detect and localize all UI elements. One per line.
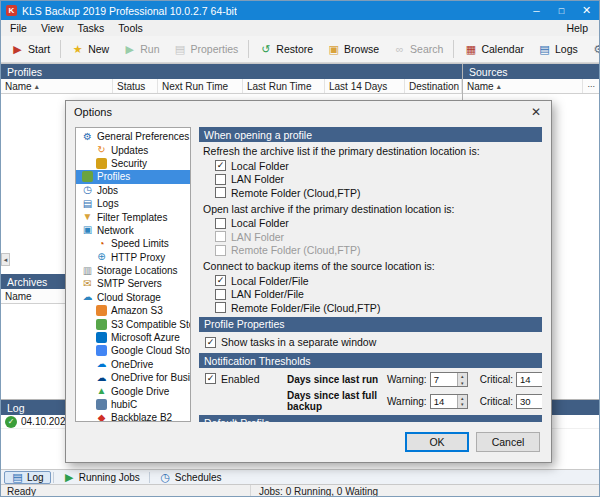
toolbar-button-restore[interactable]: ↺Restore [252,39,320,60]
tree-item-google-drive[interactable]: ▲Google Drive [76,384,190,397]
column-header-destination[interactable]: Destination [405,79,462,93]
tab-schedules[interactable]: ◷Schedules [152,471,229,484]
checkbox-remote-folder-file-cloud-ftp[interactable]: Remote Folder/File (Cloud,FTP) [215,301,542,315]
checkbox-remote-folder-cloud-ftp[interactable]: Remote Folder (Cloud,FTP) [215,186,542,200]
tree-item-jobs[interactable]: ◷Jobs [76,184,190,197]
menu-tasks[interactable]: Tasks [71,21,112,35]
spin-warning: Warning:7▴▾ [387,372,468,387]
column-header-next-run-time[interactable]: Next Run Time [158,79,243,93]
spinner-arrows: ▴▾ [457,395,467,408]
column-label: Status [117,81,145,92]
dialog-close-button[interactable]: ✕ [521,101,551,122]
schedules-icon: ◷ [159,471,172,484]
checkbox-label: Enabled [221,373,260,385]
tree-item-cloud-storage[interactable]: ☁Cloud Storage [76,291,190,304]
column-label: Destination [409,81,459,92]
tree-item-logs[interactable]: ▤Logs [76,197,190,210]
menu-view[interactable]: View [34,21,71,35]
tree-item-hubic[interactable]: hubiC [76,398,190,411]
toolbar-button-options[interactable]: ⚙Options [585,39,600,60]
profile-properties-body: ✓Show tasks in a separate window [205,336,538,350]
checkbox-lan-folder[interactable]: LAN Folder [215,173,542,187]
column-header-name[interactable]: Name▴ [463,79,583,93]
spinner-down[interactable]: ▾ [458,380,467,387]
column-label: Name [467,81,494,92]
menu-help[interactable]: Help [557,21,597,35]
checkbox-lan-folder-file[interactable]: LAN Folder/File [215,288,542,302]
hubic-icon [96,399,107,410]
sources-panel-title: Sources [469,66,508,78]
checkbox-remote-folder-cloud-ftp[interactable]: Remote Folder (Cloud,FTP) [215,244,542,258]
warning-spinner[interactable]: 7▴▾ [430,372,468,387]
tree-item-smtp-servers[interactable]: ✉SMTP Servers [76,277,190,290]
tree-item-label: Updates [111,145,148,156]
column-options-button[interactable]: ... [583,79,599,93]
toolbar-button-browse[interactable]: ▣Browse [320,39,386,60]
column-label: Name [5,81,32,92]
menu-file[interactable]: File [3,21,34,35]
tree-item-speed-limits[interactable]: ◔Speed Limits [76,237,190,250]
toolbar-button-start[interactable]: ▶Start [4,39,57,60]
checkbox-box [215,245,226,256]
onedrive-business-icon: ☁ [96,372,107,383]
critical-spinner[interactable]: 14▴▾ [516,372,542,387]
tree-item-google-cloud-storage[interactable]: Google Cloud Storage [76,344,190,357]
tree-item-label: Google Cloud Storage [111,345,190,356]
column-header-status[interactable]: Status [113,79,158,93]
log-tab-icon: ▤ [11,471,24,484]
ok-button[interactable]: OK [405,432,469,452]
toolbar-separator [248,40,249,58]
toolbar-button-search[interactable]: ∞Search [386,39,450,60]
tree-item-amazon-s3[interactable]: Amazon S3 [76,304,190,317]
toolbar-button-properties[interactable]: ▤Properties [166,39,245,60]
checkbox-lan-folder[interactable]: LAN Folder [215,230,542,244]
minimize-button[interactable]: ─ [524,1,549,20]
column-header-name[interactable]: Name▴ [1,79,113,93]
tree-item-updates[interactable]: ↻Updates [76,143,190,156]
checkbox-local-folder[interactable]: Local Folder [215,217,542,231]
tree-item-onedrive[interactable]: ☁OneDrive [76,358,190,371]
toolbar-button-run[interactable]: ▶Run [116,39,166,60]
tree-item-network[interactable]: ▣Network [76,224,190,237]
column-header-last-run-time[interactable]: Last Run Time [243,79,325,93]
checkbox-local-folder-file[interactable]: ✓Local Folder/File [215,274,542,288]
tab-running-jobs[interactable]: ▶Running Jobs [56,471,147,484]
scroll-left-button[interactable]: ◂ [1,253,10,266]
tab-log[interactable]: ▤Log [4,471,51,484]
tree-item-storage-locations[interactable]: ▥Storage Locations [76,264,190,277]
checkbox-local-folder[interactable]: ✓Local Folder [215,159,542,173]
checkbox-label: Remote Folder (Cloud,FTP) [231,244,361,256]
tree-item-label: OneDrive [111,359,153,370]
spinner-down[interactable]: ▾ [458,401,467,408]
critical-spinner[interactable]: 30▴▾ [516,394,542,409]
column-header-last-14-days[interactable]: Last 14 Days [325,79,405,93]
tree-item-backblaze-b2[interactable]: ◆Backblaze B2 [76,411,190,422]
toolbar-button-new[interactable]: ★New [64,39,116,60]
tree-item-filter-templates[interactable]: ▼Filter Templates [76,210,190,223]
maximize-button[interactable]: □ [549,1,574,20]
toolbar-button-calendar[interactable]: ▦Calendar [457,39,531,60]
toolbar-button-label: Search [410,43,443,55]
close-button[interactable]: ✕ [574,1,599,20]
checkbox-show-tasks-in-a-separate-window[interactable]: ✓Show tasks in a separate window [205,336,538,350]
toolbar-button-logs[interactable]: ▤Logs [531,39,585,60]
tree-item-general-preferences[interactable]: ⚙General Preferences [76,130,190,143]
tree-item-http-proxy[interactable]: ⊕HTTP Proxy [76,251,190,264]
menu-tools[interactable]: Tools [111,21,150,35]
warning-spinner[interactable]: 14▴▾ [430,394,468,409]
jobs-icon: ◷ [82,185,93,196]
cancel-button[interactable]: Cancel [476,432,540,452]
column-label: Last 14 Days [329,81,387,92]
backblaze-icon: ◆ [96,412,107,422]
tree-item-security[interactable]: Security [76,157,190,170]
threshold-label: Days since last run [287,374,387,385]
tree-item-s3-compatible-storage[interactable]: S3 Compatible Storage [76,317,190,330]
tree-item-onedrive-for-business[interactable]: ☁OneDrive for Business [76,371,190,384]
dialog-buttons: OK Cancel [405,432,540,452]
tree-item-microsoft-azure[interactable]: Microsoft Azure [76,331,190,344]
spin-label: Critical: [480,374,513,385]
tree-item-profiles[interactable]: Profiles [76,170,190,183]
checkbox-enabled[interactable]: ✓Enabled [205,372,287,386]
spinner-value: 30 [517,395,542,408]
checkbox-box: ✓ [215,275,226,286]
